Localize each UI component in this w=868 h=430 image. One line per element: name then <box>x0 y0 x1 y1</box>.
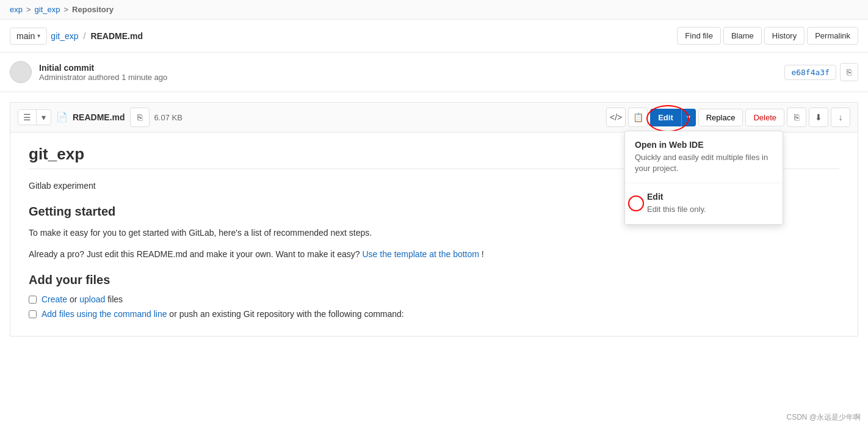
breadcrumb-exp[interactable]: exp <box>10 5 23 14</box>
file-toolbar: main ▾ git_exp / README.md Find file Bla… <box>0 20 868 52</box>
file-info: ☰ ▾ 📄 README.md ⎘ 6.07 KB <box>18 108 183 127</box>
blame-icon-button[interactable]: 📋 <box>628 108 648 127</box>
para2-prefix: Already a pro? Just edit this README.md … <box>29 249 360 259</box>
content-para1: To make it easy for you to get started w… <box>29 226 839 239</box>
para2-suffix: ! <box>482 249 484 259</box>
commit-sub: Administrator authored 1 minute ago <box>39 73 167 82</box>
repo-name[interactable]: git_exp <box>51 31 78 41</box>
branch-name: main <box>16 31 35 41</box>
edit-button-group: Edit ▾ <box>650 109 696 126</box>
breadcrumb-sep-1: > <box>26 5 31 14</box>
commit-details: Initial commit Administrator authored 1 … <box>39 63 167 82</box>
web-ide-title: Open in Web IDE <box>635 140 773 150</box>
template-link[interactable]: Use the template at the bottom <box>363 249 479 259</box>
delete-button[interactable]: Delete <box>745 109 784 126</box>
file-name-path: README.md <box>90 31 143 41</box>
file-actions: </> 📋 Edit ▾ Replace Delete ⎘ ⬇ ↓ Open <box>606 108 850 127</box>
upload-link[interactable]: upload <box>79 294 105 304</box>
copy-filename-button[interactable]: ⎘ <box>130 108 150 127</box>
file-size: 6.07 KB <box>154 113 183 122</box>
checkbox1-middle: or <box>70 294 79 304</box>
checkbox-1[interactable] <box>29 296 37 304</box>
replace-button[interactable]: Replace <box>698 109 743 126</box>
history-button[interactable]: History <box>764 27 805 45</box>
edit-item-title: Edit <box>647 192 773 202</box>
find-file-button[interactable]: Find file <box>677 27 721 45</box>
commit-time: 1 minute ago <box>121 73 167 82</box>
copy-button[interactable]: ⎘ <box>787 108 806 127</box>
content-para2: Already a pro? Just edit this README.md … <box>29 247 839 261</box>
edit-item-desc: Edit this file only. <box>647 204 773 215</box>
checkbox-2-text: Add files using the command line or push… <box>42 309 404 319</box>
checkbox-2[interactable] <box>29 310 37 318</box>
permalink-button[interactable]: Permalink <box>807 27 858 45</box>
commit-title[interactable]: Initial commit <box>39 63 167 73</box>
copy-hash-button[interactable]: ⎘ <box>840 63 858 81</box>
file-path: main ▾ git_exp / README.md <box>10 27 143 45</box>
view-toggle: ☰ ▾ <box>18 109 51 125</box>
checkbox2-suffix: or push an existing Git repository with … <box>169 309 403 319</box>
branch-chevron-icon: ▾ <box>37 32 40 39</box>
breadcrumb-git-exp[interactable]: git_exp <box>35 5 60 14</box>
breadcrumb-repository: Repository <box>72 5 114 14</box>
file-icon: 📄 <box>56 112 68 123</box>
download-raw-button[interactable]: ⬇ <box>809 108 828 127</box>
raw-code-button[interactable]: </> <box>606 108 626 127</box>
checkbox1-suffix: files <box>107 294 123 304</box>
commit-info: Initial commit Administrator authored 1 … <box>0 52 868 92</box>
commit-hash-value[interactable]: e68f4a3f <box>784 65 836 80</box>
breadcrumb: exp > git_exp > Repository <box>0 0 868 20</box>
add-files-link[interactable]: Add files using the command line <box>42 309 167 319</box>
create-link[interactable]: Create <box>42 294 67 304</box>
edit-caret-button[interactable]: ▾ <box>681 109 696 126</box>
avatar <box>10 61 32 83</box>
file-header: ☰ ▾ 📄 README.md ⎘ 6.07 KB </> 📋 Edit ▾ R <box>10 102 858 133</box>
edit-button[interactable]: Edit <box>650 109 681 126</box>
commit-time-label: authored <box>88 73 121 82</box>
edit-item-annotation <box>628 195 644 211</box>
breadcrumb-sep-2: > <box>63 5 68 14</box>
checkbox-item-1: Create or upload files <box>29 294 839 304</box>
download-button[interactable]: ↓ <box>831 108 850 127</box>
blame-button[interactable]: Blame <box>723 27 762 45</box>
edit-dropdown-menu: Open in Web IDE Quickly and easily edit … <box>624 131 783 225</box>
main-content: ☰ ▾ 📄 README.md ⎘ 6.07 KB </> 📋 Edit ▾ R <box>0 102 868 337</box>
toolbar-buttons: Find file Blame History Permalink <box>677 27 858 45</box>
path-separator: / <box>84 31 86 41</box>
web-ide-desc: Quickly and easily edit multiple files i… <box>635 152 773 174</box>
checkbox-1-text: Create or upload files <box>42 294 123 304</box>
checkbox-item-2: Add files using the command line or push… <box>29 309 839 319</box>
branch-selector[interactable]: main ▾ <box>10 27 47 45</box>
list-view-button[interactable]: ☰ <box>18 110 37 125</box>
content-heading3: Add your files <box>29 273 839 287</box>
open-web-ide-item[interactable]: Open in Web IDE Quickly and easily edit … <box>625 131 783 183</box>
file-name-label: README.md <box>73 112 125 122</box>
commit-author: Administrator <box>39 73 86 82</box>
chevron-toggle-button[interactable]: ▾ <box>37 110 51 125</box>
edit-file-item[interactable]: Edit Edit this file only. <box>625 183 783 224</box>
commit-hash: e68f4a3f ⎘ <box>784 63 858 81</box>
commit-left: Initial commit Administrator authored 1 … <box>10 61 167 83</box>
